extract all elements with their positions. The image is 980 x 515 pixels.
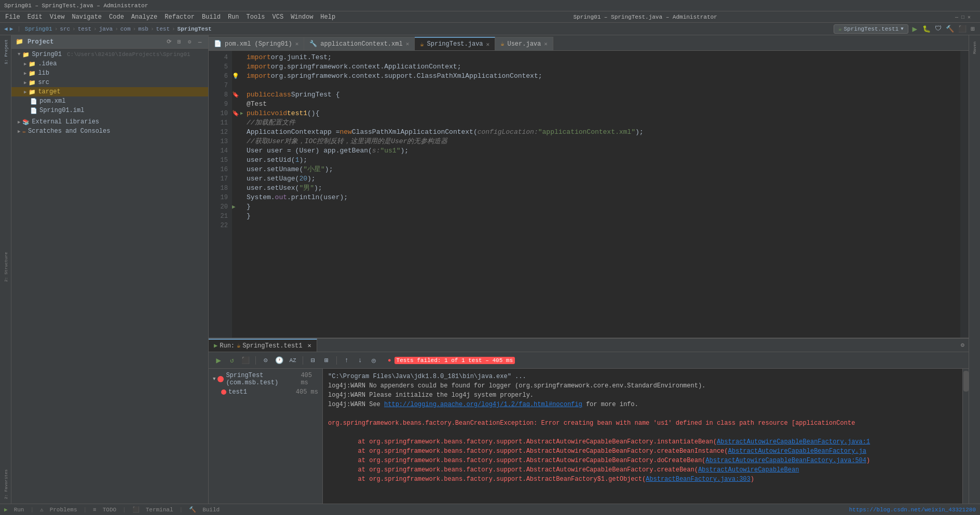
sort-az-btn[interactable]: AZ xyxy=(287,355,298,366)
menu-file[interactable]: File xyxy=(2,12,23,22)
window-controls[interactable]: — □ ✕ xyxy=(952,13,974,21)
close-icon[interactable]: ✕ xyxy=(406,40,410,47)
run-tab[interactable]: ▶ Run: ☕ SpringTest.test1 ✕ xyxy=(209,339,317,352)
console-line: at org.springframework.beans.factory.sup… xyxy=(328,475,957,484)
run-button[interactable]: ▶ xyxy=(913,24,918,34)
breadcrumb-java[interactable]: java xyxy=(99,26,113,32)
test-tree-test1[interactable]: test1 405 ms xyxy=(211,387,320,397)
menu-navigate[interactable]: Navigate xyxy=(69,12,105,22)
log4j-link[interactable]: http://logging.apache.org/log4j/1.2/faq.… xyxy=(384,401,582,408)
play-btn[interactable]: ▶ xyxy=(213,355,224,366)
stack-link[interactable]: AbstractAutowireCapableBeanFactory.ja xyxy=(728,448,866,455)
editor-content[interactable]: 4 5 6 7 8 9 10 11 12 13 14 15 16 17 18 1… xyxy=(209,51,969,338)
tab-application-context[interactable]: 🔧 applicationContext.xml ✕ xyxy=(304,37,415,50)
menu-run[interactable]: Run xyxy=(225,12,242,22)
coverage-button[interactable]: 🛡 xyxy=(935,25,942,33)
status-build-label[interactable]: Build xyxy=(202,507,220,513)
console-output[interactable]: "C:\Program Files\Java\jdk1.8.0_181\bin\… xyxy=(323,369,962,504)
code-editor[interactable]: import org.junit.Test; import org.spring… xyxy=(242,51,960,338)
menu-tools[interactable]: Tools xyxy=(243,12,268,22)
sidebar-tab-structure[interactable]: 2: Structure xyxy=(0,248,11,286)
tree-item-src[interactable]: ▶ 📁 src xyxy=(11,78,208,87)
status-run-icon[interactable]: ▶ xyxy=(4,506,8,513)
code-line-9: @Test xyxy=(247,100,956,109)
filter-btn[interactable]: ⊝ xyxy=(260,355,271,366)
status-todo-label[interactable]: TODO xyxy=(103,507,116,513)
editor-scrollbar[interactable] xyxy=(960,51,969,338)
menu-vcs[interactable]: VCS xyxy=(269,12,287,22)
run-config-dropdown[interactable]: ☕ SpringTest.test1 ▼ xyxy=(834,24,908,34)
toolbar-more[interactable]: ⊞ xyxy=(971,25,975,33)
scroll-up-btn[interactable]: ↑ xyxy=(341,355,352,366)
nav-forward[interactable]: ▶ xyxy=(10,25,13,32)
tab-user-java[interactable]: ☕ User.java ✕ xyxy=(495,37,553,50)
tab-spring-test[interactable]: ☕ SpringTest.java ✕ xyxy=(415,37,495,50)
status-problems-icon[interactable]: ⚠ xyxy=(40,506,44,513)
breadcrumb-testpkg[interactable]: test xyxy=(156,26,170,32)
console-line: log4j:WARN See http://logging.apache.org… xyxy=(328,400,957,409)
status-run-label[interactable]: Run xyxy=(14,507,24,513)
menu-window[interactable]: Window xyxy=(288,12,316,22)
breadcrumb-spring01[interactable]: Spring01 xyxy=(25,26,52,32)
collapse-all-btn[interactable]: ⊟ xyxy=(307,355,319,366)
tree-item-target[interactable]: ▶ 📁 target xyxy=(11,87,208,96)
sidebar-tab-project[interactable]: 1: Project xyxy=(0,35,11,68)
debug-button[interactable]: 🐛 xyxy=(922,25,931,33)
tree-item-pom[interactable]: 📄 pom.xml xyxy=(11,96,208,106)
tree-item-lib[interactable]: ▶ 📁 lib xyxy=(11,68,208,78)
menu-analyze[interactable]: Analyze xyxy=(128,12,160,22)
console-line: at org.springframework.beans.factory.sup… xyxy=(328,437,957,447)
breadcrumb-msb[interactable]: msb xyxy=(138,26,148,32)
scratches-icon: ✏ xyxy=(22,128,26,135)
rerun-btn[interactable]: ↺ xyxy=(226,355,238,366)
menu-code[interactable]: Code xyxy=(106,12,127,22)
tab-pom-xml[interactable]: 📄 pom.xml (Spring01) ✕ xyxy=(209,37,304,50)
stop-btn[interactable]: ⬛ xyxy=(240,355,251,366)
maven-tab[interactable]: Maven xyxy=(971,37,978,58)
breadcrumb-src[interactable]: src xyxy=(60,26,70,32)
tree-item-scratches[interactable]: ▶ ✏ Scratches and Consoles xyxy=(11,127,208,136)
menu-refactor[interactable]: Refactor xyxy=(161,12,198,22)
stack-link[interactable]: AbstractAutowireCapableBeanFactory.java:… xyxy=(705,457,866,464)
expand-all-btn[interactable]: ⊞ xyxy=(321,355,332,366)
folder-icon: 📁 xyxy=(29,79,36,86)
menu-edit[interactable]: Edit xyxy=(24,12,46,22)
settings-icon[interactable]: ⚙ xyxy=(961,341,964,349)
sidebar-tab-favorites[interactable]: 2: Favorites xyxy=(0,465,11,504)
status-terminal-label[interactable]: Terminal xyxy=(146,507,173,513)
menu-help[interactable]: Help xyxy=(317,12,338,22)
breadcrumb-test[interactable]: test xyxy=(78,26,91,32)
stack-link[interactable]: AbstractAutowireCapableBean xyxy=(698,466,799,474)
tree-item-spring01[interactable]: ▼ 📁 Spring01 C:\Users\82410\IdeaProjects… xyxy=(11,50,208,59)
menu-build[interactable]: Build xyxy=(199,12,224,22)
minimize-icon[interactable]: — xyxy=(196,38,204,46)
sort-duration-btn[interactable]: 🕐 xyxy=(274,355,285,366)
build-button[interactable]: 🔨 xyxy=(946,25,954,33)
close-tab-icon[interactable]: ✕ xyxy=(308,342,311,350)
expand-icon[interactable]: ⊞ xyxy=(175,38,183,46)
close-icon[interactable]: ✕ xyxy=(544,40,548,47)
stack-link[interactable]: AbstractAutowireCapableBeanFactory.java:… xyxy=(717,438,870,446)
scroll-down-btn[interactable]: ↓ xyxy=(355,355,366,366)
tree-item-iml[interactable]: 📄 Spring01.iml xyxy=(11,106,208,115)
gear-icon[interactable]: ⚙ xyxy=(185,38,194,46)
status-terminal-icon[interactable]: ⬛ xyxy=(132,506,140,513)
sync-icon[interactable]: ⟳ xyxy=(165,38,173,46)
test-tree-root[interactable]: ▼ SpringTest (com.msb.test) 405 ms xyxy=(211,371,320,387)
tree-item-idea[interactable]: ▶ 📁 .idea xyxy=(11,59,208,68)
status-build-icon[interactable]: 🔨 xyxy=(189,506,196,513)
close-icon[interactable]: ✕ xyxy=(486,41,490,48)
menu-view[interactable]: View xyxy=(47,12,68,22)
tree-item-external-libs[interactable]: ▶ 📚 External Libraries xyxy=(11,117,208,127)
status-problems-label[interactable]: Problems xyxy=(50,507,77,513)
locate-btn[interactable]: ◎ xyxy=(368,355,379,366)
status-todo-icon[interactable]: ≡ xyxy=(93,507,97,513)
breadcrumb-springtest[interactable]: SpringTest xyxy=(178,26,212,32)
stack-link[interactable]: AbstractBeanFactory.java:303 xyxy=(646,476,751,483)
toolbar-stop[interactable]: ⬛ xyxy=(958,25,967,33)
breadcrumb-com[interactable]: com xyxy=(120,26,131,32)
console-scrollbar[interactable] xyxy=(962,369,969,504)
status-url[interactable]: https://blog.csdn.net/weixin_43321280 xyxy=(849,507,976,513)
close-icon[interactable]: ✕ xyxy=(295,40,299,47)
nav-back[interactable]: ◀ xyxy=(4,25,8,32)
